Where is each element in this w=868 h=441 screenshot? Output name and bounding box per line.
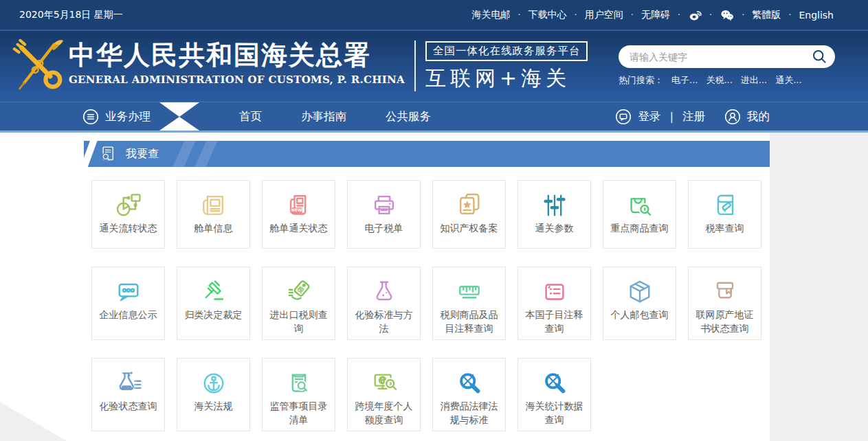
nav-item[interactable]: 办事指南 bbox=[301, 109, 346, 124]
separator-dot: · bbox=[788, 10, 791, 20]
topbar-link[interactable]: 繁體版 bbox=[752, 9, 781, 21]
monitor-search-icon bbox=[369, 368, 399, 399]
nav-active-marker bbox=[159, 102, 199, 131]
site-title-cn: 中华人民共和国海关总署 bbox=[69, 41, 405, 71]
service-card[interactable]: 电子税单 bbox=[347, 180, 421, 249]
user-icon bbox=[724, 109, 741, 125]
service-card-label: 电子税单 bbox=[365, 222, 403, 236]
hot-search-item[interactable]: 进出... bbox=[741, 74, 767, 87]
service-card-label: 化验状态查询 bbox=[100, 400, 157, 414]
service-card[interactable]: 税 进出口税则查询 bbox=[262, 267, 335, 340]
certificate-box-icon bbox=[710, 276, 740, 308]
service-card[interactable]: 联网原产地证书状态查询 bbox=[688, 267, 761, 340]
service-card-label: 海关统计数据查询 bbox=[523, 400, 586, 427]
service-card[interactable]: 海关法规 bbox=[177, 358, 250, 431]
service-card[interactable]: 税率查询 bbox=[688, 180, 761, 249]
weibo-icon[interactable] bbox=[688, 8, 702, 22]
service-card-label: 个人邮包查询 bbox=[611, 308, 669, 322]
login-link[interactable]: 登录 bbox=[638, 109, 660, 124]
service-card[interactable]: 企业信息公示 bbox=[91, 267, 165, 340]
service-card-label: 海关法规 bbox=[194, 400, 233, 414]
hamburger-menu-icon bbox=[82, 109, 99, 125]
topbar-link[interactable]: 用户空间 bbox=[585, 9, 623, 21]
nav-item[interactable]: 首页 bbox=[239, 109, 262, 124]
bag-search-icon bbox=[625, 190, 655, 221]
platform-badge: 全国一体化在线政务服务平台 bbox=[425, 41, 588, 61]
service-card[interactable]: 归类决定裁定 bbox=[177, 267, 250, 340]
service-card[interactable]: 化验标准与方法 bbox=[347, 267, 421, 340]
service-card-label: 舱单通关状态 bbox=[270, 222, 328, 236]
platform-block: 全国一体化在线政务服务平台 互联网+海关 bbox=[425, 31, 588, 93]
nav-items: 首页办事指南公共服务 bbox=[239, 109, 431, 124]
topbar-link[interactable]: 海关电邮 bbox=[471, 9, 510, 21]
anchor-icon bbox=[199, 368, 229, 399]
service-card[interactable]: 个人邮包查询 bbox=[603, 267, 676, 340]
hot-search: 热门搜索： 电子...关税...进出...通关... bbox=[619, 74, 835, 87]
service-card-label: 化验标准与方法 bbox=[353, 308, 415, 335]
hot-search-items: 电子...关税...进出...通关... bbox=[671, 74, 802, 87]
banner-stripe bbox=[192, 141, 219, 167]
search-input[interactable] bbox=[630, 52, 812, 63]
nav-left: 业务办理 首页办事指南公共服务 bbox=[82, 102, 431, 131]
service-card-label: 消费品法律法规与标准 bbox=[438, 400, 500, 427]
topbar-menu: 海关电邮·下载中心·用户空间·无障碍· · ·繁體版·English bbox=[471, 8, 834, 22]
service-card[interactable]: 知识产权备案 bbox=[432, 180, 506, 249]
date-text: 2020年5月18日 星期一 bbox=[19, 9, 123, 21]
section-title: 我要查 bbox=[126, 147, 159, 161]
brand-block: 中华人民共和国海关总署 GENERAL ADMINISTRATION OF CU… bbox=[69, 31, 405, 86]
login-register-separator: | bbox=[669, 110, 674, 123]
service-card-label: 通关参数 bbox=[535, 222, 574, 236]
service-card[interactable]: 舱单信息 bbox=[177, 180, 250, 249]
service-card[interactable]: 重点商品查询 bbox=[603, 180, 676, 249]
service-card[interactable]: 通关流转状态 bbox=[91, 180, 165, 249]
service-card-label: 监管事项目录清单 bbox=[267, 400, 330, 427]
service-card[interactable]: 跨境年度个人额度查询 bbox=[347, 358, 421, 431]
hot-search-item[interactable]: 电子... bbox=[671, 74, 698, 87]
register-link[interactable]: 注册 bbox=[682, 109, 705, 124]
separator-dot: · bbox=[575, 10, 577, 20]
service-card-label: 税则商品及品目注释查询 bbox=[438, 308, 500, 335]
separator-dot: · bbox=[678, 10, 680, 20]
banner-stripe bbox=[170, 141, 197, 167]
my-account-group[interactable]: 我的 bbox=[724, 109, 770, 125]
topbar: 2020年5月18日 星期一 海关电邮·下载中心·用户空间·无障碍· · ·繁體… bbox=[0, 0, 868, 31]
nav-item[interactable]: 公共服务 bbox=[386, 109, 431, 124]
customs-emblem-logo bbox=[12, 36, 65, 98]
service-card[interactable]: 海关统计数据查询 bbox=[518, 358, 591, 431]
hand-tax-icon: 税 bbox=[284, 276, 314, 308]
service-card[interactable]: 监管事项目录清单 bbox=[262, 358, 335, 431]
printer-icon bbox=[369, 190, 399, 221]
service-card[interactable]: 本国子目注释查询 bbox=[518, 267, 591, 340]
package-box-icon bbox=[625, 276, 655, 308]
business-menu-button[interactable]: 业务办理 bbox=[82, 109, 151, 125]
service-card-grid: 通关流转状态 舱单信息 NEW舱单通关状态 电子税单 知识产权备案 通关参数 重… bbox=[91, 180, 761, 431]
chat-dots-icon bbox=[113, 276, 144, 308]
service-card[interactable]: 消费品法律法规与标准 bbox=[432, 358, 506, 431]
main-content: 我要查 通关流转状态 舱单信息 NEW舱单通关状态 电子税单 知识产权备案 通关… bbox=[0, 133, 868, 441]
search-icon[interactable] bbox=[812, 49, 827, 64]
service-card[interactable]: 税则商品及品目注释查询 bbox=[432, 267, 506, 340]
topbar-link[interactable]: 无障碍 bbox=[641, 9, 670, 21]
search-zone: 热门搜索： 电子...关税...进出...通关... bbox=[619, 45, 835, 87]
service-card-label: 本国子目注释查询 bbox=[523, 308, 586, 335]
hot-search-item[interactable]: 关税... bbox=[706, 74, 732, 87]
newspaper-icon bbox=[199, 190, 229, 221]
topbar-link[interactable]: English bbox=[799, 10, 834, 21]
list-card-icon bbox=[539, 276, 570, 308]
service-card[interactable]: NEW舱单通关状态 bbox=[262, 180, 335, 249]
speech-bubble-icon bbox=[615, 109, 632, 125]
service-card-label: 税率查询 bbox=[706, 222, 744, 236]
service-card[interactable]: 化验状态查询 bbox=[91, 358, 165, 431]
hot-search-item[interactable]: 通关... bbox=[775, 74, 801, 87]
my-account-label: 我的 bbox=[747, 109, 770, 124]
nav-right: 登录 | 注册 我的 bbox=[615, 102, 770, 131]
sliders-icon bbox=[539, 190, 570, 221]
service-card-label: 企业信息公示 bbox=[100, 308, 157, 322]
section-banner: 我要查 bbox=[84, 141, 770, 167]
service-card-label: 知识产权备案 bbox=[441, 222, 498, 236]
wechat-icon[interactable] bbox=[720, 8, 734, 22]
topbar-link[interactable]: 下载中心 bbox=[528, 9, 567, 21]
service-card[interactable]: 通关参数 bbox=[518, 180, 591, 249]
service-card-label: 通关流转状态 bbox=[100, 222, 157, 236]
flask-list-icon bbox=[113, 368, 144, 399]
